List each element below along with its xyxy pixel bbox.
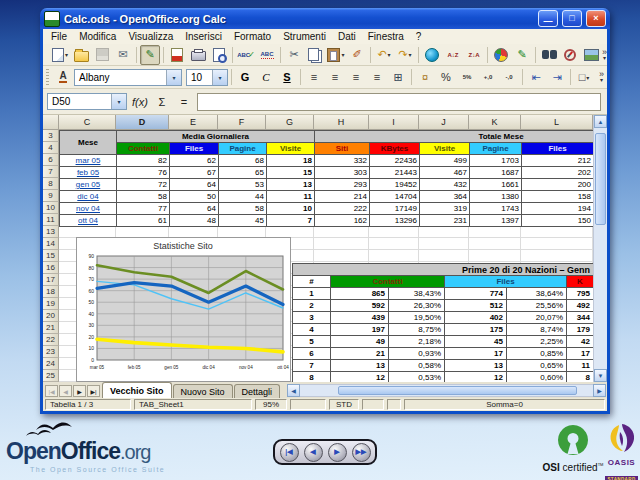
- nations-cell-r6-c2[interactable]: 0,58%: [389, 360, 445, 372]
- nations-cell-r4-c4[interactable]: 2,25%: [507, 336, 567, 348]
- row-header-14[interactable]: 14: [43, 238, 59, 250]
- scroll-right-icon[interactable]: ▶: [593, 384, 606, 397]
- row-header-25[interactable]: 25: [43, 370, 59, 382]
- nations-cell-r3-c0[interactable]: 4: [293, 324, 331, 336]
- column-header-H[interactable]: H: [314, 115, 369, 130]
- nations-cell-r3-c2[interactable]: 8,75%: [389, 324, 445, 336]
- column-header-K[interactable]: K: [469, 115, 521, 130]
- number-format-standard-button[interactable]: 5%: [457, 67, 477, 87]
- spreadsheet-area[interactable]: CDEFGHIJKL 34678910111314151617181920212…: [43, 115, 593, 382]
- nations-cell-r1-c2[interactable]: 26,30%: [389, 300, 445, 312]
- column-header-I[interactable]: I: [369, 115, 419, 130]
- row-header-7[interactable]: 7: [43, 166, 59, 178]
- stats-corner-mese[interactable]: Mese: [60, 131, 117, 155]
- stats-col-header-pagine-7[interactable]: Pagine: [470, 143, 522, 155]
- stats-cell-r3-c1[interactable]: 50: [170, 191, 219, 203]
- paste-dropdown-icon[interactable]: ▾: [341, 51, 344, 58]
- stats-cell-r4-c2[interactable]: 58: [219, 203, 267, 215]
- nations-cell-r7-c0[interactable]: 8: [293, 372, 331, 382]
- stats-cell-r5-c2[interactable]: 45: [219, 215, 267, 227]
- stats-col-header-contatti-0[interactable]: Contatti: [117, 143, 170, 155]
- font-size-combo[interactable]: 10▾: [186, 69, 228, 86]
- nations-cell-r5-c0[interactable]: 6: [293, 348, 331, 360]
- column-header-E[interactable]: E: [169, 115, 218, 130]
- nations-cell-r5-c5[interactable]: 17: [567, 348, 593, 360]
- nations-cell-r7-c3[interactable]: 12: [445, 372, 507, 382]
- stats-cell-r3-c5[interactable]: 14704: [370, 191, 420, 203]
- nations-cell-r4-c5[interactable]: 42: [567, 336, 593, 348]
- undo-dropdown-icon[interactable]: ▾: [388, 51, 391, 58]
- input-line[interactable]: [197, 93, 601, 111]
- scroll-up-icon[interactable]: ▲: [594, 115, 607, 128]
- row-header-6[interactable]: 6: [43, 154, 59, 166]
- nations-cell-r1-c5[interactable]: 492: [567, 300, 593, 312]
- nations-cell-r1-c4[interactable]: 25,56%: [507, 300, 567, 312]
- chevron-down-icon[interactable]: ▾: [166, 70, 181, 85]
- status-selection-mode[interactable]: STD: [329, 399, 359, 410]
- row-header-13[interactable]: 13: [43, 226, 59, 238]
- menu-visualizza[interactable]: Visualizza: [122, 30, 179, 43]
- nations-cell-r7-c5[interactable]: 8: [567, 372, 593, 382]
- sheet-tab-dettagli[interactable]: Dettagli: [234, 384, 281, 398]
- sum-button[interactable]: Σ: [153, 94, 171, 110]
- nations-cell-r4-c3[interactable]: 45: [445, 336, 507, 348]
- scroll-left-icon[interactable]: ◀: [287, 384, 300, 397]
- open-button[interactable]: [71, 45, 91, 65]
- stats-col-header-siti-4[interactable]: Siti: [315, 143, 370, 155]
- stats-cell-r1-c7[interactable]: 1687: [470, 167, 522, 179]
- row-header-11[interactable]: 11: [43, 214, 59, 226]
- stats-cell-r0-c5[interactable]: 22436: [370, 155, 420, 167]
- select-all-corner[interactable]: [43, 115, 59, 130]
- nav-last-button[interactable]: ▶▶: [352, 443, 371, 462]
- nations-cell-r2-c2[interactable]: 19,50%: [389, 312, 445, 324]
- nations-cell-r0-c1[interactable]: 865: [331, 288, 389, 300]
- horizontal-scroll-thumb[interactable]: [338, 386, 577, 395]
- borders-button[interactable]: □▾: [574, 67, 594, 87]
- row-header-17[interactable]: 17: [43, 274, 59, 286]
- nations-cell-r7-c1[interactable]: 12: [331, 372, 389, 382]
- stats-cell-r0-c8[interactable]: 212: [522, 155, 593, 167]
- nations-cell-r6-c4[interactable]: 0,65%: [507, 360, 567, 372]
- underline-button[interactable]: S: [277, 67, 297, 87]
- undo-button[interactable]: ↶▾: [374, 45, 394, 65]
- nations-cell-r2-c5[interactable]: 344: [567, 312, 593, 324]
- column-header-F[interactable]: F: [218, 115, 266, 130]
- nations-cell-r3-c5[interactable]: 179: [567, 324, 593, 336]
- menu-formato[interactable]: Formato: [228, 30, 277, 43]
- row-header-21[interactable]: 21: [43, 322, 59, 334]
- stats-cell-r0-c1[interactable]: 62: [170, 155, 219, 167]
- vertical-scroll-thumb[interactable]: [595, 133, 606, 225]
- menu-modifica[interactable]: Modifica: [73, 30, 122, 43]
- nations-cell-r7-c2[interactable]: 0,53%: [389, 372, 445, 382]
- nations-cell-r0-c3[interactable]: 774: [445, 288, 507, 300]
- row-header-22[interactable]: 22: [43, 334, 59, 346]
- last-sheet-button[interactable]: ▶|: [87, 385, 100, 397]
- stats-cell-r3-c4[interactable]: 214: [315, 191, 370, 203]
- stats-cell-r3-c6[interactable]: 364: [420, 191, 470, 203]
- horizontal-scrollbar[interactable]: ◀ ▶: [287, 384, 606, 397]
- column-header-J[interactable]: J: [419, 115, 469, 130]
- stats-cell-r4-c1[interactable]: 64: [170, 203, 219, 215]
- stats-cell-r1-c6[interactable]: 467: [420, 167, 470, 179]
- row-header-23[interactable]: 23: [43, 346, 59, 358]
- function-button[interactable]: =: [175, 94, 193, 110]
- save-button[interactable]: [92, 45, 112, 65]
- stats-table[interactable]: MeseMedia GiornalieraTotale MeseContatti…: [59, 130, 593, 227]
- sort-descending-button[interactable]: Z↓A: [464, 45, 484, 65]
- row-header-10[interactable]: 10: [43, 202, 59, 214]
- titlebar[interactable]: Calc.ods - OpenOffice.org Calc — □ ×: [40, 8, 610, 29]
- column-header-C[interactable]: C: [59, 115, 116, 130]
- add-decimal-place-button[interactable]: +,0: [478, 67, 498, 87]
- print-file-button[interactable]: [188, 45, 208, 65]
- name-box[interactable]: D50 ▾: [47, 93, 127, 110]
- nations-cell-r4-c0[interactable]: 5: [293, 336, 331, 348]
- function-wizard-button[interactable]: f(x): [131, 94, 149, 110]
- row-header-4[interactable]: 4: [43, 142, 59, 154]
- nations-cell-r4-c1[interactable]: 49: [331, 336, 389, 348]
- stats-col-header-visite-6[interactable]: Visite: [420, 143, 470, 155]
- stats-group-totale-mese[interactable]: Totale Mese: [315, 131, 593, 143]
- styles-and-formatting-button[interactable]: A: [53, 67, 73, 87]
- menu-finestra[interactable]: Finestra: [362, 30, 410, 43]
- month-link-nov-04[interactable]: nov 04: [60, 203, 117, 215]
- stats-cell-r5-c0[interactable]: 61: [117, 215, 170, 227]
